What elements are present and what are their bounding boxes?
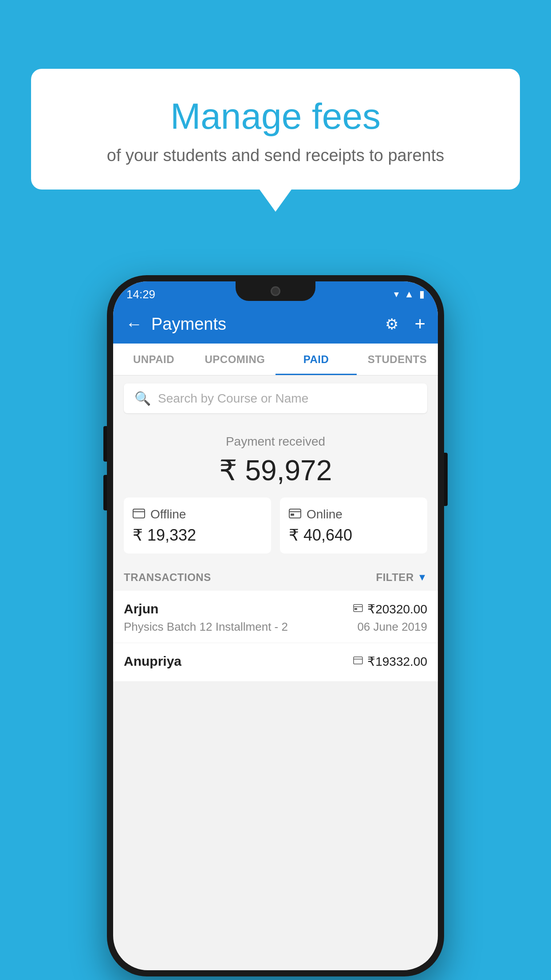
page-title: Payments: [151, 315, 376, 334]
svg-rect-8: [354, 657, 362, 664]
speech-bubble-subtitle: of your students and send receipts to pa…: [67, 146, 484, 165]
svg-rect-4: [291, 514, 294, 516]
gear-button[interactable]: ⚙: [385, 315, 398, 333]
transaction-amount: ₹19332.00: [367, 654, 427, 669]
search-icon: 🔍: [134, 391, 151, 406]
transactions-header: TRANSACTIONS FILTER ▼: [113, 562, 438, 591]
transaction-course: Physics Batch 12 Installment - 2: [124, 620, 288, 634]
transaction-top-row: Arjun ₹20320.00: [124, 601, 427, 616]
svg-rect-0: [133, 509, 145, 518]
transaction-top-row: Anupriya ₹19332.00: [124, 654, 427, 669]
offline-card-header: Offline: [133, 507, 262, 522]
payment-received-label: Payment received: [124, 435, 427, 449]
transactions-label: TRANSACTIONS: [124, 571, 211, 584]
online-card-header: Online: [289, 507, 418, 522]
tab-upcoming[interactable]: UPCOMING: [194, 344, 276, 375]
payment-received-section: Payment received ₹ 59,972: [113, 421, 438, 562]
search-container: 🔍 Search by Course or Name: [113, 375, 438, 421]
online-payment-card: Online ₹ 40,640: [280, 498, 427, 553]
transaction-amount-wrapper: ₹20320.00: [353, 602, 427, 616]
transaction-date: 06 June 2019: [357, 620, 427, 634]
phone-side-btn-vol-up: [103, 426, 107, 462]
online-amount: ₹ 40,640: [289, 526, 418, 545]
offline-payment-icon: [353, 656, 363, 667]
filter-icon: ▼: [417, 572, 427, 583]
status-icons: ▾ ▲ ▮: [394, 288, 425, 300]
phone-inner: 14:29 ▾ ▲ ▮ ← Payments ⚙ +: [113, 281, 438, 970]
back-button[interactable]: ←: [126, 315, 142, 334]
online-label: Online: [307, 507, 342, 522]
filter-text: FILTER: [376, 571, 414, 584]
transaction-name: Arjun: [124, 601, 158, 616]
phone-notch: [236, 281, 315, 301]
filter-button[interactable]: FILTER ▼: [376, 571, 428, 584]
phone-side-btn-power: [444, 453, 448, 506]
offline-payment-card: Offline ₹ 19,332: [124, 498, 271, 553]
phone-side-btn-vol-down: [103, 475, 107, 510]
tabs-bar: UNPAID UPCOMING PAID STUDENTS: [113, 344, 438, 375]
status-time: 14:29: [126, 288, 155, 301]
speech-bubble-title: Manage fees: [67, 95, 484, 137]
phone-outer: 14:29 ▾ ▲ ▮ ← Payments ⚙ +: [107, 275, 444, 976]
svg-rect-7: [354, 608, 357, 610]
app-header: ← Payments ⚙ +: [113, 304, 438, 344]
search-box[interactable]: 🔍 Search by Course or Name: [124, 383, 427, 413]
transaction-name: Anupriya: [124, 654, 181, 669]
transaction-bottom-row: Physics Batch 12 Installment - 2 06 June…: [124, 620, 427, 634]
speech-bubble-wrapper: Manage fees of your students and send re…: [31, 69, 520, 212]
speech-bubble: Manage fees of your students and send re…: [31, 69, 520, 190]
speech-bubble-arrow: [260, 190, 291, 212]
online-payment-icon: [353, 603, 363, 615]
search-placeholder: Search by Course or Name: [158, 391, 308, 406]
svg-rect-2: [289, 509, 301, 518]
payment-received-amount: ₹ 59,972: [124, 454, 427, 487]
phone-wrapper: 14:29 ▾ ▲ ▮ ← Payments ⚙ +: [107, 275, 444, 976]
transaction-amount: ₹20320.00: [367, 602, 427, 616]
signal-icon: ▲: [404, 288, 414, 300]
transaction-amount-wrapper: ₹19332.00: [353, 654, 427, 669]
transactions-list: Arjun ₹20320.00: [113, 591, 438, 682]
tab-students[interactable]: STUDENTS: [357, 344, 438, 375]
add-button[interactable]: +: [414, 313, 425, 335]
table-row: Arjun ₹20320.00: [113, 591, 438, 643]
offline-label: Offline: [150, 507, 186, 522]
tab-paid[interactable]: PAID: [276, 344, 357, 375]
app-background: Manage fees of your students and send re…: [0, 0, 551, 980]
battery-icon: ▮: [419, 288, 425, 300]
offline-icon: [133, 508, 145, 522]
offline-amount: ₹ 19,332: [133, 526, 262, 545]
payment-cards: Offline ₹ 19,332: [124, 498, 427, 553]
tab-unpaid[interactable]: UNPAID: [113, 344, 194, 375]
phone-notch-camera: [271, 286, 280, 296]
table-row: Anupriya ₹19332.00: [113, 643, 438, 682]
online-icon: [289, 508, 301, 522]
wifi-icon: ▾: [394, 288, 399, 300]
